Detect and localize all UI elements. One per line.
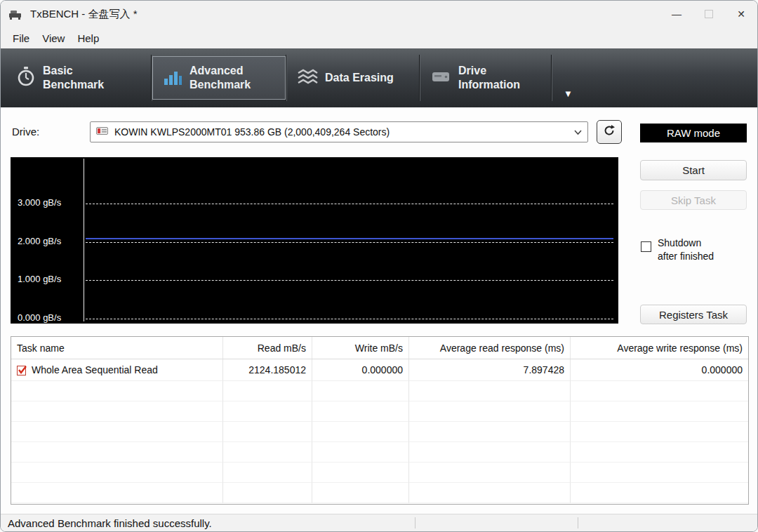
table-row[interactable]: Whole Area Sequential Read 2124.185012 0… [11, 359, 748, 381]
tab-basic-benchmark[interactable]: Basic Benchmark [6, 56, 151, 100]
statusbar-divider [578, 517, 578, 528]
mode-toolbar: Basic Benchmark Advanced Benchmark [1, 48, 757, 107]
col-avg-read-response[interactable]: Average read response (ms) [409, 337, 571, 359]
maximize-icon [705, 10, 713, 18]
y-axis-tick: 2.000 gB/s [18, 236, 82, 246]
plot-area [84, 159, 615, 321]
col-write-mbs[interactable]: Write mB/s [312, 337, 409, 359]
drive-small-icon [96, 126, 109, 139]
drive-label: Drive: [12, 121, 39, 142]
col-read-mbs[interactable]: Read mB/s [223, 337, 312, 359]
col-task-name[interactable]: Task name [11, 337, 223, 359]
bar-chart-icon [163, 67, 182, 89]
close-button[interactable]: ✕ [725, 1, 757, 27]
write-value: 0.000000 [312, 359, 409, 381]
table-row-empty [11, 381, 748, 401]
statusbar-divider [415, 517, 415, 528]
y-axis-tick: 1.000 gB/s [18, 274, 82, 284]
tab-label-line2: Benchmark [43, 78, 104, 92]
chevron-down-icon[interactable]: ▼ [564, 88, 573, 99]
task-check-icon [17, 365, 27, 375]
app-icon [8, 7, 25, 21]
tab-label-line1: Advanced [190, 64, 251, 78]
shutdown-checkbox-label[interactable]: Shutdown after finished [658, 237, 714, 263]
speed-chart: 3.000 gB/s 2.000 gB/s 1.000 gB/s 0.000 g… [11, 157, 618, 324]
minimize-button[interactable]: — [660, 1, 693, 27]
status-message: Advanced Benchmark finished successfully… [8, 517, 212, 529]
y-axis-tick: 0.000 gB/s [18, 312, 82, 323]
drive-select[interactable]: KOWIN KWLPS2000MT01 953.86 GB (2,000,409… [90, 121, 588, 142]
col-avg-write-response[interactable]: Average write response (ms) [571, 337, 748, 359]
refresh-icon [603, 124, 616, 140]
gridline [86, 242, 613, 243]
main-content: Drive: KOWIN KWLPS2000MT01 953.86 GB (2,… [1, 107, 757, 514]
gridline [86, 204, 613, 204]
tab-label-line2: Benchmark [190, 78, 251, 92]
y-axis-tick: 3.000 gB/s [18, 197, 82, 208]
read-value: 2124.185012 [223, 359, 312, 381]
menu-file[interactable]: File [6, 29, 36, 47]
menu-help[interactable]: Help [71, 29, 105, 47]
toolbar-separator [551, 55, 552, 101]
tab-advanced-benchmark[interactable]: Advanced Benchmark [152, 56, 286, 100]
start-button[interactable]: Start [640, 160, 747, 180]
shutdown-checkbox[interactable] [641, 241, 651, 252]
tab-label-line1: Data Erasing [325, 71, 394, 85]
stopwatch-icon [16, 66, 36, 90]
window-title: TxBENCH - 全盘写入 * [30, 8, 138, 21]
tab-label-line2: Information [458, 78, 520, 92]
registers-task-button[interactable]: Registers Task [640, 305, 747, 324]
titlebar: TxBENCH - 全盘写入 * — ✕ [1, 1, 757, 27]
drive-select-value: KOWIN KWLPS2000MT01 953.86 GB (2,000,409… [114, 126, 390, 138]
tab-drive-information[interactable]: Drive Information [420, 56, 551, 100]
avg-read-value: 7.897428 [409, 359, 571, 381]
statusbar: Advanced Benchmark finished successfully… [1, 514, 757, 531]
gridline [86, 280, 613, 281]
table-row-empty [11, 422, 748, 442]
avg-write-value: 0.000000 [571, 359, 748, 381]
tab-data-erasing[interactable]: Data Erasing [287, 56, 419, 100]
menubar: File View Help [1, 27, 757, 48]
app-window: TxBENCH - 全盘写入 * — ✕ File View Help Basi… [0, 0, 758, 532]
tab-label-line1: Basic [43, 64, 104, 78]
menu-view[interactable]: View [36, 29, 71, 47]
table-row-empty [11, 442, 748, 463]
gridline [86, 319, 613, 319]
maximize-button[interactable] [693, 1, 725, 27]
skip-task-button[interactable]: Skip Task [640, 190, 747, 210]
results-table: Task name Read mB/s Write mB/s Average r… [11, 336, 749, 505]
speed-line [86, 238, 613, 239]
table-row-empty [11, 483, 748, 503]
window-controls: — ✕ [660, 1, 757, 27]
tab-label-line1: Drive [458, 64, 520, 78]
chevron-down-icon [574, 130, 582, 135]
table-row-empty [11, 463, 748, 483]
table-row-empty [11, 401, 748, 422]
erase-waves-icon [297, 68, 318, 88]
task-name: Whole Area Sequential Read [32, 364, 158, 375]
drive-icon [430, 67, 451, 88]
table-header: Task name Read mB/s Write mB/s Average r… [11, 337, 748, 359]
raw-mode-button[interactable]: RAW mode [640, 124, 747, 142]
refresh-drives-button[interactable] [597, 120, 622, 144]
